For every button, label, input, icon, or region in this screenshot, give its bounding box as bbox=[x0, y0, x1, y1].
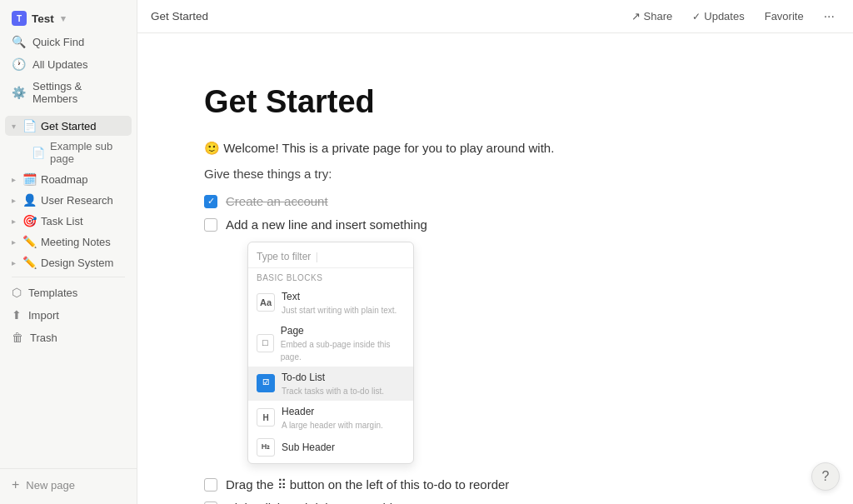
share-label: Share bbox=[644, 10, 673, 22]
task-text-right-click: Right-click and delete something bbox=[226, 499, 786, 504]
sidebar-item-label: Design System bbox=[41, 257, 125, 269]
workspace-icon: T bbox=[12, 11, 27, 26]
dropdown-item-header[interactable]: H Header A large header with margin. bbox=[248, 401, 413, 435]
updates-icon: 🕐 bbox=[12, 57, 26, 71]
trash-label: Trash bbox=[30, 332, 57, 344]
dp-item-title: Text bbox=[282, 289, 397, 304]
share-icon: ↗ bbox=[631, 10, 641, 22]
templates-label: Templates bbox=[28, 287, 77, 299]
dp-item-title: Page bbox=[281, 323, 405, 338]
more-options-button[interactable]: ··· bbox=[819, 7, 840, 27]
sidebar-item-trash[interactable]: 🗑 Trash bbox=[5, 327, 132, 348]
dp-item-sub: Embed a sub-page inside this page. bbox=[281, 338, 405, 363]
page-block-icon: □ bbox=[257, 334, 274, 352]
sidebar-item-templates[interactable]: ⬡ Templates bbox=[5, 282, 132, 303]
pencil-icon: ✏️ bbox=[22, 256, 36, 269]
dp-item-title: Sub Header bbox=[282, 440, 335, 455]
task-list: Create an account Add a new line and ins… bbox=[204, 192, 786, 504]
template-icon: ⬡ bbox=[12, 286, 22, 299]
search-icon: 🔍 bbox=[12, 35, 26, 48]
plus-icon: + bbox=[12, 477, 19, 492]
quick-find-action[interactable]: 🔍 Quick Find bbox=[5, 31, 132, 52]
topbar-actions: ↗ Share ✓ Updates Favorite ··· bbox=[626, 7, 840, 27]
dropdown-item-subheader[interactable]: H₂ Sub Header bbox=[248, 435, 413, 460]
target-icon: 🎯 bbox=[22, 214, 36, 227]
sidebar-item-label: Roadmap bbox=[41, 173, 125, 186]
dp-item-title: To-do List bbox=[282, 370, 384, 385]
page-title: Get Started bbox=[204, 83, 786, 122]
dropdown-item-page[interactable]: □ Page Embed a sub-page inside this page… bbox=[248, 320, 413, 367]
updates-button[interactable]: ✓ Updates bbox=[687, 7, 749, 25]
dropdown-filter: Type to filter | bbox=[248, 246, 413, 268]
topbar-page-title: Get Started bbox=[151, 10, 208, 22]
chevron-down-icon: ▾ bbox=[12, 122, 16, 131]
block-type-dropdown: Type to filter | BASIC BLOCKS Aa Text Ju… bbox=[247, 242, 414, 464]
help-button[interactable]: ? bbox=[811, 462, 840, 491]
dropdown-item-text[interactable]: Aa Text Just start writing with plain te… bbox=[248, 286, 413, 320]
share-button[interactable]: ↗ Share bbox=[626, 7, 678, 25]
sidebar-item-label: Get Started bbox=[41, 120, 125, 132]
chevron-right-icon: ▸ bbox=[12, 237, 16, 247]
sidebar-item-get-started[interactable]: ▾ 📄 Get Started bbox=[5, 116, 132, 136]
settings-label: Settings & Members bbox=[32, 80, 125, 105]
text-block-icon: Aa bbox=[257, 293, 275, 312]
task-checkbox-create-account[interactable] bbox=[204, 195, 217, 208]
favorite-button[interactable]: Favorite bbox=[760, 7, 809, 25]
user-icon: 👤 bbox=[22, 193, 36, 207]
settings-action[interactable]: ⚙️ Settings & Members bbox=[5, 76, 132, 109]
quick-find-label: Quick Find bbox=[32, 36, 84, 48]
sidebar-item-example-sub-page[interactable]: 📄 Example sub page bbox=[5, 137, 132, 168]
chevron-right-icon: ▸ bbox=[12, 196, 16, 205]
sidebar-item-roadmap[interactable]: ▸ 🗓️ Roadmap bbox=[5, 169, 132, 189]
check-icon: ✓ bbox=[692, 11, 701, 22]
sidebar-item-import[interactable]: ⬆ Import bbox=[5, 304, 132, 326]
chevron-right-icon: ▸ bbox=[12, 175, 16, 184]
pencil-icon: ✏️ bbox=[22, 235, 36, 248]
sidebar-item-label: Task List bbox=[41, 215, 125, 227]
sidebar-item-design-system[interactable]: ▸ ✏️ Design System bbox=[5, 252, 132, 272]
task-item-create-account: Create an account bbox=[204, 192, 786, 212]
task-item-right-click: Right-click and delete something bbox=[204, 499, 786, 504]
task-text-add-line: Add a new line and insert something Type… bbox=[226, 216, 786, 471]
add-page-label: New page bbox=[26, 479, 75, 492]
workspace-title[interactable]: T Test ▾ bbox=[5, 7, 132, 30]
dropdown-section-label: BASIC BLOCKS bbox=[248, 268, 413, 286]
sidebar-item-task-list[interactable]: ▸ 🎯 Task List bbox=[5, 211, 132, 231]
dropdown-item-todo[interactable]: ☑ To-do List Track tasks with a to-do li… bbox=[248, 367, 413, 401]
sidebar-item-user-research[interactable]: ▸ 👤 User Research bbox=[5, 190, 132, 210]
import-icon: ⬆ bbox=[12, 308, 22, 322]
dp-item-sub: Just start writing with plain text. bbox=[282, 304, 397, 317]
trash-icon: 🗑 bbox=[12, 331, 23, 344]
favorite-label: Favorite bbox=[765, 10, 804, 22]
cursor-indicator: | bbox=[316, 251, 318, 262]
gear-icon: ⚙️ bbox=[12, 86, 26, 99]
sidebar-divider bbox=[12, 277, 125, 277]
calendar-icon: 🗓️ bbox=[22, 172, 36, 186]
page-icon: 📄 bbox=[22, 119, 36, 132]
give-try-text: Give these things a try: bbox=[204, 167, 786, 181]
content-area: Get Started 🙂 Welcome! This is a private… bbox=[137, 33, 853, 504]
task-checkbox-drag-reorder[interactable] bbox=[204, 478, 217, 492]
filter-placeholder: Type to filter bbox=[257, 251, 311, 262]
task-checkbox-add-line[interactable] bbox=[204, 218, 217, 232]
all-updates-action[interactable]: 🕐 All Updates bbox=[5, 53, 132, 75]
sidebar-item-label: Meeting Notes bbox=[41, 236, 125, 248]
sidebar-item-meeting-notes[interactable]: ▸ ✏️ Meeting Notes bbox=[5, 232, 132, 252]
task-item-add-line: Add a new line and insert something Type… bbox=[204, 216, 786, 471]
all-updates-label: All Updates bbox=[32, 58, 87, 71]
sidebar: T Test ▾ 🔍 Quick Find 🕐 All Updates ⚙️ S… bbox=[0, 0, 137, 504]
workspace-chevron: ▾ bbox=[61, 13, 66, 24]
dp-item-sub: A large header with margin. bbox=[282, 419, 383, 432]
task-text-create-account: Create an account bbox=[226, 192, 786, 212]
main-content: Get Started ↗ Share ✓ Updates Favorite ·… bbox=[137, 0, 853, 504]
updates-label: Updates bbox=[704, 10, 744, 22]
sidebar-item-label: Example sub page bbox=[50, 140, 125, 165]
chevron-right-icon: ▸ bbox=[12, 217, 16, 226]
ellipsis-icon: ··· bbox=[824, 9, 835, 23]
page-icon: 📄 bbox=[32, 147, 45, 159]
task-text-drag-reorder: Drag the ⠿ button on the left of this to… bbox=[226, 476, 786, 495]
dp-item-sub: Track tasks with a to-do list. bbox=[282, 385, 384, 397]
subheader-block-icon: H₂ bbox=[257, 438, 275, 457]
add-page-button[interactable]: + New page bbox=[5, 472, 132, 497]
todo-block-icon: ☑ bbox=[257, 374, 275, 392]
